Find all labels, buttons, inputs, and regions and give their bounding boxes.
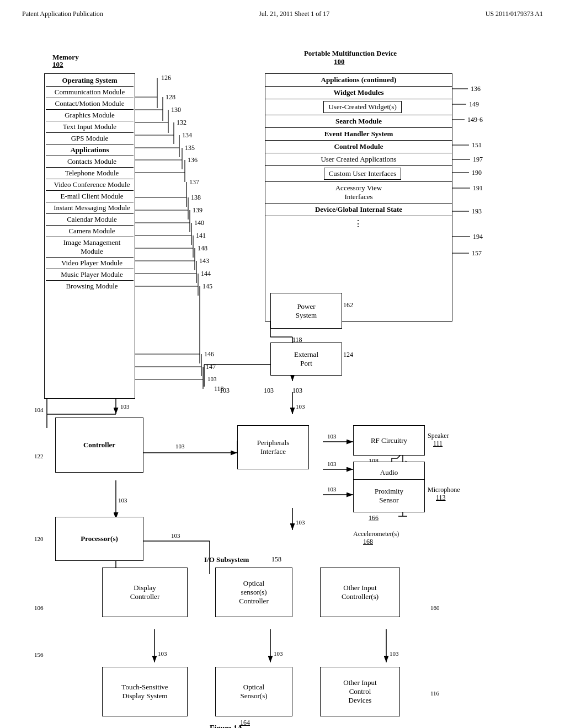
svg-text:144: 144 [201,270,211,277]
calendar-label: Calendar Module [46,214,134,226]
svg-text:103: 103 [296,403,305,410]
svg-text:136: 136 [188,156,198,164]
svg-text:151: 151 [472,141,482,149]
control-label: Control Module [265,141,452,153]
n118-label: 118 [292,336,302,344]
svg-text:103: 103 [327,461,337,467]
microphone-label: Microphone [428,486,460,494]
proximity-box: ProximitySensor [353,479,425,512]
svg-text:139: 139 [193,206,202,214]
svg-text:197: 197 [473,156,483,163]
n103-b: 103 [264,387,274,395]
memory-box: Operating System Communication Module Co… [44,73,135,399]
external-label: ExternalPort [294,350,318,368]
graphics-label: Graphics Module [46,110,134,121]
svg-text:103: 103 [390,650,399,657]
svg-text:103: 103 [296,519,305,526]
svg-text:136: 136 [471,85,481,93]
apps-cont-label: Applications (continued) [265,74,452,87]
music-player-label: Music Player Module [46,269,134,281]
processor-box: Processor(s) [55,517,143,561]
camera-label: Camera Module [46,226,134,237]
apps-continued-box: Applications (continued) Widget Modules … [265,73,452,322]
svg-text:103: 103 [171,532,180,539]
touch-display-box: Touch-SensitiveDisplay System [102,667,188,716]
svg-text:191: 191 [473,184,483,192]
svg-text:138: 138 [191,194,201,201]
svg-text:126: 126 [161,74,171,82]
svg-text:104: 104 [34,406,44,413]
custom-ui-box: Custom User Interfaces [324,168,402,180]
svg-text:194: 194 [473,233,483,240]
svg-text:146: 146 [204,350,214,358]
svg-text:160: 160 [430,604,440,611]
user-created-label: User Created Applications [265,153,452,166]
diagram-area: 126 128 130 132 134 135 136 137 138 139 … [0,23,565,695]
svg-text:135: 135 [185,144,195,152]
custom-ui-container: Custom User Interfaces [265,166,452,182]
svg-text:116: 116 [430,690,440,695]
speaker-label: Speaker [428,432,449,440]
user-widget-container: User-Created Widget(s) [265,99,452,115]
applications-label: Applications [46,144,134,156]
peripherals-box: PeripheralsInterface [237,425,309,469]
touch-display-label: Touch-SensitiveDisplay System [121,683,168,700]
svg-text:120: 120 [34,536,44,542]
pmd-title: Portable Multifunction Device [295,49,406,58]
svg-text:103: 103 [120,403,130,410]
search-label: Search Module [265,115,452,128]
page-header: Patent Application Publication Jul. 21, … [0,0,565,23]
peripherals-label: PeripheralsInterface [257,438,289,456]
svg-text:140: 140 [194,219,204,227]
n113-label: 113 [436,494,446,502]
telephone-label: Telephone Module [46,168,134,179]
other-input-devices-label: Other InputControlDevices [343,678,376,705]
device-global-label: Device/Global Internal State [265,204,452,216]
n124-label: 124 [343,351,353,359]
accessory-label: Accessory ViewInterfaces [265,182,452,204]
display-ctrl-box: DisplayController [102,568,188,617]
proximity-label: ProximitySensor [375,487,403,505]
svg-text:106: 106 [34,604,44,611]
other-input-ctrl-label: Other InputController(s) [342,584,379,601]
controller-box: Controller [55,417,143,473]
n168-label: 168 [363,538,373,546]
optical-sensor-box: OpticalSensor(s) [215,667,292,716]
pmd-num: 100 [334,57,345,66]
n103-a: 103 [220,387,230,395]
comm-label: Communication Module [46,87,134,98]
n111-label: 111 [433,440,443,448]
power-label: PowerSystem [296,302,317,320]
svg-text:145: 145 [202,282,212,290]
optical-ctrl-label: Opticalsensor(s)Controller [239,579,268,606]
svg-text:122: 122 [34,453,44,459]
text-input-label: Text Input Module [46,121,134,133]
custom-ui-label: Custom User Interfaces [329,169,397,178]
header-right: US 2011/0179373 A1 [486,10,543,18]
svg-text:103: 103 [207,376,217,382]
svg-text:103: 103 [118,497,127,504]
svg-text:103: 103 [158,650,167,657]
svg-text:134: 134 [182,131,192,139]
svg-text:147: 147 [206,363,216,371]
rf-box: RF Circuitry [353,425,425,456]
video-conf-label: Video Conference Module [46,179,134,191]
svg-text:137: 137 [189,178,199,186]
ellipsis: ⋮ [265,216,452,231]
svg-text:130: 130 [171,106,181,114]
gps-label: GPS Module [46,133,134,144]
header-left: Patent Application Publication [22,10,103,18]
contacts-label: Contacts Module [46,156,134,168]
svg-text:141: 141 [196,232,206,239]
svg-text:156: 156 [34,651,44,658]
figure-caption: Figure 1A [210,724,243,728]
svg-text:190: 190 [472,169,482,176]
optical-ctrl-box: Opticalsensor(s)Controller [215,568,292,617]
n162-label: 162 [343,301,353,309]
other-input-ctrl-box: Other InputController(s) [320,568,400,617]
instant-label: Instant Messaging Module [46,202,134,214]
header-middle: Jul. 21, 2011 Sheet 1 of 17 [259,10,329,18]
controller-label: Controller [83,441,115,449]
browsing-label: Browsing Module [46,281,134,292]
svg-text:128: 128 [166,93,175,101]
